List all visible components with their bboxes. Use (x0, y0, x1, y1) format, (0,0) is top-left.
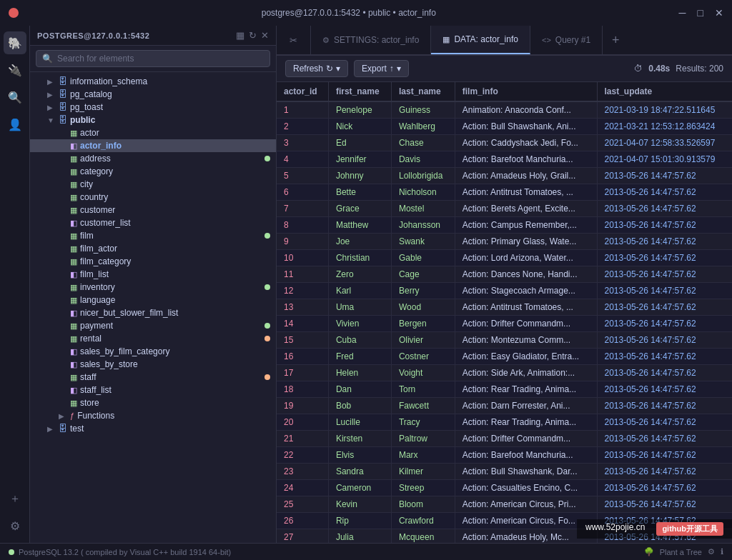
sidebar-item-city[interactable]: ▦ city (30, 178, 276, 191)
tab-query[interactable]: <> Query #1 (530, 26, 603, 54)
table-row[interactable]: 12 Karl Berry Action: Stagecoach Armage.… (277, 283, 732, 299)
sidebar-item-information-schema[interactable]: ▶ 🗄 information_schema (30, 75, 276, 88)
sidebar-item-staff-list[interactable]: ◧ staff_list (30, 384, 276, 396)
col-first-name[interactable]: first_name (328, 82, 391, 101)
plus-icon[interactable]: ＋ (4, 487, 26, 510)
sidebar-item-inventory[interactable]: ▦ inventory (30, 281, 276, 294)
table-row[interactable]: 17 Helen Voight Action: Side Ark, Animat… (277, 365, 732, 381)
elephant-icon[interactable]: 🐘 (4, 31, 26, 54)
sidebar-schema-icon[interactable]: ▦ (236, 30, 244, 41)
cell-first-name: Zero (328, 266, 391, 283)
sidebar-item-actor-info[interactable]: ◧ actor_info (30, 139, 276, 152)
table-row[interactable]: 5 Johnny Lollobrigida Action: Amadeus Ho… (277, 168, 732, 184)
table-row[interactable]: 19 Bob Fawcett Action: Darn Forrester, A… (277, 398, 732, 414)
table-row[interactable]: 18 Dan Torn Action: Rear Trading, Anima.… (277, 381, 732, 398)
table-row[interactable]: 7 Grace Mostel Action: Berets Agent, Exc… (277, 201, 732, 217)
cell-id: 14 (277, 316, 328, 332)
table-row[interactable]: 24 Cameron Streep Action: Casualties Enc… (277, 480, 732, 496)
tab-settings[interactable]: ⚙ SETTINGS: actor_info (311, 26, 431, 54)
sidebar-item-film[interactable]: ▦ film (30, 229, 276, 242)
table-row[interactable]: 14 Vivien Bergen Action: Drifter Command… (277, 316, 732, 332)
sidebar-item-public[interactable]: ▼ 🗄 public (30, 114, 276, 126)
sidebar-item-payment[interactable]: ▦ payment (30, 319, 276, 332)
table-row[interactable]: 15 Cuba Olivier Action: Montezuma Comm..… (277, 332, 732, 349)
table-row[interactable]: 1 Penelope Guiness Animation: Anaconda C… (277, 101, 732, 119)
info-icon: ℹ (721, 547, 723, 556)
sidebar-item-sales-by-store[interactable]: ◧ sales_by_store (30, 358, 276, 371)
tab-data[interactable]: ▦ DATA: actor_info (431, 26, 530, 54)
cell-last-update: 2013-05-26 14:47:57.62 (597, 464, 732, 480)
results-count: Results: 200 (676, 64, 723, 74)
sidebar-item-staff[interactable]: ▦ staff (30, 371, 276, 384)
table-row[interactable]: 25 Kevin Bloom Action: American Circus, … (277, 496, 732, 513)
cell-id: 10 (277, 250, 328, 266)
cell-id: 20 (277, 414, 328, 431)
watermark-github: github开源工具 (656, 522, 723, 536)
table-row[interactable]: 22 Elvis Marx Action: Barefoot Manchuria… (277, 447, 732, 464)
user-icon[interactable]: 👤 (4, 113, 26, 136)
refresh-icon: ↻ (326, 64, 333, 74)
sidebar-item-pg-catalog[interactable]: ▶ 🗄 pg_catalog (30, 88, 276, 101)
sidebar-item-film-list[interactable]: ◧ film_list (30, 268, 276, 281)
table-row[interactable]: 11 Zero Cage Action: Dances None, Handi.… (277, 266, 732, 283)
sidebar-refresh-icon[interactable]: ↻ (249, 30, 257, 41)
search-input[interactable] (57, 54, 264, 64)
status-indicator (264, 284, 270, 290)
sidebar-item-pg-toast[interactable]: ▶ 🗄 pg_toast (30, 101, 276, 114)
content-area: ✂ ⚙ SETTINGS: actor_info ▦ DATA: actor_i… (277, 26, 732, 543)
table-row[interactable]: 6 Bette Nicholson Action: Antitrust Toma… (277, 184, 732, 201)
maximize-button[interactable]: □ (698, 7, 703, 19)
sidebar-item-nicer-film-list[interactable]: ◧ nicer_but_slower_film_list (30, 306, 276, 319)
search-icon-bar[interactable]: 🔍 (4, 86, 26, 109)
sidebar-item-film-category[interactable]: ▦ film_category (30, 255, 276, 268)
cell-last-name: Mostel (391, 201, 455, 217)
cell-film-info: Action: Amadeus Holy, Mc... (455, 529, 597, 544)
view-icon: ◧ (70, 386, 77, 395)
col-last-name[interactable]: last_name (391, 82, 455, 101)
minimize-button[interactable]: ─ (679, 7, 686, 19)
table-row[interactable]: 8 Matthew Johansson Action: Campus Remem… (277, 217, 732, 234)
settings-icon[interactable]: ⚙ (4, 514, 26, 537)
col-film-info[interactable]: film_info (455, 82, 597, 101)
sidebar-item-rental[interactable]: ▦ rental (30, 332, 276, 345)
table-row[interactable]: 9 Joe Swank Action: Primary Glass, Wate.… (277, 234, 732, 250)
table-row[interactable]: 3 Ed Chase Action: Caddyshack Jedi, Fo..… (277, 135, 732, 151)
export-button[interactable]: Export ↑ ▾ (354, 60, 409, 77)
sidebar-item-test[interactable]: ▶ 🗄 test (30, 422, 276, 435)
cell-id: 22 (277, 447, 328, 464)
export-dropdown-icon[interactable]: ▾ (397, 64, 401, 74)
sidebar-item-functions[interactable]: ▶ ƒ Functions (30, 409, 276, 422)
col-last-update[interactable]: last_update (597, 82, 732, 101)
refresh-dropdown-icon[interactable]: ▾ (336, 64, 340, 74)
cell-last-update: 2013-05-26 14:47:57.62 (597, 480, 732, 496)
table-row[interactable]: 21 Kirsten Paltrow Action: Drifter Comma… (277, 431, 732, 447)
sidebar-item-actor[interactable]: ▦ actor (30, 126, 276, 139)
table-row[interactable]: 23 Sandra Kilmer Action: Bull Shawshank,… (277, 464, 732, 480)
sidebar-item-customer[interactable]: ▦ customer (30, 204, 276, 216)
table-icon: ▦ (70, 167, 77, 176)
sidebar-item-store[interactable]: ▦ store (30, 396, 276, 409)
schema-label: pg_catalog (70, 89, 270, 99)
gear-statusbar-icon[interactable]: ⚙ (708, 547, 715, 556)
table-row[interactable]: 13 Uma Wood Action: Antitrust Tomatoes, … (277, 299, 732, 316)
sidebar-close-icon[interactable]: ✕ (261, 30, 269, 41)
table-row[interactable]: 20 Lucille Tracy Action: Rear Trading, A… (277, 414, 732, 431)
sidebar-item-sales-by-film[interactable]: ◧ sales_by_film_category (30, 345, 276, 358)
sidebar-item-category[interactable]: ▦ category (30, 165, 276, 178)
sidebar-item-film-actor[interactable]: ▦ film_actor (30, 242, 276, 255)
sidebar-item-address[interactable]: ▦ address (30, 152, 276, 165)
schema-label: public (70, 115, 270, 125)
table-row[interactable]: 16 Fred Costner Action: Easy Gladiator, … (277, 349, 732, 365)
sidebar-item-language[interactable]: ▦ language (30, 294, 276, 306)
refresh-button[interactable]: Refresh ↻ ▾ (285, 60, 348, 77)
plug-icon[interactable]: 🔌 (4, 59, 26, 81)
col-actor-id[interactable]: actor_id (277, 82, 328, 101)
table-row[interactable]: 4 Jennifer Davis Action: Barefoot Manchu… (277, 151, 732, 168)
sidebar-item-customer-list[interactable]: ◧ customer_list (30, 216, 276, 229)
add-tab-button[interactable]: + (603, 26, 628, 54)
table-row[interactable]: 10 Christian Gable Action: Lord Arizona,… (277, 250, 732, 266)
table-row[interactable]: 2 Nick Wahlberg Action: Bull Shawshank, … (277, 119, 732, 135)
close-window-button[interactable] (9, 8, 19, 18)
sidebar-item-country[interactable]: ▦ country (30, 191, 276, 204)
close-button[interactable]: ✕ (715, 7, 723, 19)
